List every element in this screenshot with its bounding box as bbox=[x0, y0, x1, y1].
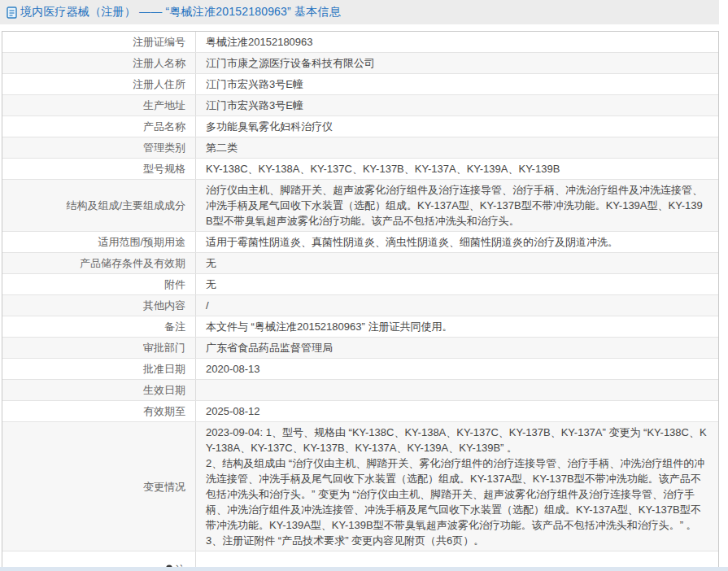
row-label: 生产地址 bbox=[2, 95, 196, 116]
row-value: 多功能臭氧雾化妇科治疗仪 bbox=[196, 116, 718, 137]
row-value: 本文件与 “粤械注准20152180963” 注册证共同使用。 bbox=[196, 316, 718, 337]
table-row: 变更情况 2023-09-04: 1、型号、规格由 “KY-138C、KY-13… bbox=[2, 422, 718, 551]
table-row: 附件 无 bbox=[2, 274, 718, 295]
table-row: 管理类别 第二类 bbox=[2, 137, 718, 159]
row-value: 粤械注准20152180963 bbox=[196, 32, 718, 52]
table-row: 产品名称 多功能臭氧雾化妇科治疗仪 bbox=[2, 116, 718, 137]
row-value: / bbox=[196, 295, 718, 316]
table-row: 审批部门 广东省食品药品监督管理局 bbox=[2, 338, 718, 359]
table-row: 批准日期 2020-08-13 bbox=[2, 359, 718, 380]
table-row: 注册证编号 粤械注准20152180963 bbox=[2, 32, 718, 53]
table-row: 型号规格 KY-138C、KY-138A、KY-137C、KY-137B、KY-… bbox=[2, 159, 718, 180]
table-row: 备注 本文件与 “粤械注准20152180963” 注册证共同使用。 bbox=[2, 316, 718, 338]
row-label: 注册人名称 bbox=[2, 53, 196, 73]
row-value: 适用于霉菌性阴道炎、真菌性阴道炎、滴虫性阴道炎、细菌性阴道炎的治疗及阴道冲洗。 bbox=[196, 232, 718, 252]
row-label: 结构及组成/主要组成成分 bbox=[2, 180, 196, 231]
row-label: 产品储存条件及有效期 bbox=[2, 253, 196, 273]
row-label: 注册证编号 bbox=[2, 32, 196, 52]
row-label: 注册人住所 bbox=[2, 74, 196, 94]
row-value: 2025-08-12 bbox=[196, 401, 718, 421]
table-row: 有效期至 2025-08-12 bbox=[2, 401, 718, 422]
row-label: 型号规格 bbox=[2, 159, 196, 179]
row-value: 2020-08-13 bbox=[196, 359, 718, 379]
row-value: 治疗仪由主机、脚踏开关、超声波雾化治疗组件及治疗连接导管、治疗手柄、冲洗治疗组件… bbox=[196, 180, 718, 231]
row-value: 江门市康之源医疗设备科技有限公司 bbox=[196, 53, 718, 73]
row-value: 无 bbox=[196, 253, 718, 273]
row-label: 适用范围/预期用途 bbox=[2, 232, 196, 252]
table-row: 生产地址 江门市宏兴路3号E幢 bbox=[2, 95, 718, 116]
row-label: 产品名称 bbox=[2, 116, 196, 137]
row-value bbox=[196, 380, 718, 400]
table-row: 适用范围/预期用途 适用于霉菌性阴道炎、真菌性阴道炎、滴虫性阴道炎、细菌性阴道炎… bbox=[2, 232, 718, 253]
row-label: 变更情况 bbox=[2, 422, 196, 551]
row-label: 批准日期 bbox=[2, 359, 196, 379]
document-icon bbox=[7, 7, 17, 19]
row-value: KY-138C、KY-138A、KY-137C、KY-137B、KY-137A、… bbox=[196, 159, 718, 179]
row-label: 管理类别 bbox=[2, 137, 196, 158]
page-title: 境内医疗器械（注册） —— “粤械注准20152180963” 基本信息 bbox=[20, 5, 341, 20]
row-label: 生效日期 bbox=[2, 380, 196, 400]
table-row: 生效日期 bbox=[2, 380, 718, 401]
table-row: 其他内容 / bbox=[2, 295, 718, 316]
row-value: 江门市宏兴路3号E幢 bbox=[196, 95, 718, 116]
row-value: 江门市宏兴路3号E幢 bbox=[196, 74, 718, 94]
bottom-strip bbox=[0, 567, 728, 571]
registration-info-table: 注册证编号 粤械注准20152180963 注册人名称 江门市康之源医疗设备科技… bbox=[2, 31, 719, 571]
table-row: 结构及组成/主要组成成分 治疗仪由主机、脚踏开关、超声波雾化治疗组件及治疗连接导… bbox=[2, 180, 718, 232]
row-label: 附件 bbox=[2, 274, 196, 294]
row-label: 有效期至 bbox=[2, 401, 196, 421]
row-label: 审批部门 bbox=[2, 338, 196, 358]
row-label: 其他内容 bbox=[2, 295, 196, 316]
table-row: 注册人名称 江门市康之源医疗设备科技有限公司 bbox=[2, 53, 718, 74]
row-label: 备注 bbox=[2, 316, 196, 337]
row-value: 无 bbox=[196, 274, 718, 294]
table-row: 注册人住所 江门市宏兴路3号E幢 bbox=[2, 74, 718, 95]
row-value: 第二类 bbox=[196, 137, 718, 158]
table-row: 产品储存条件及有效期 无 bbox=[2, 253, 718, 274]
page-header: 境内医疗器械（注册） —— “粤械注准20152180963” 基本信息 bbox=[0, 0, 719, 24]
row-value: 广东省食品药品监督管理局 bbox=[196, 338, 718, 358]
row-value: 2023-09-04: 1、型号、规格由 “KY-138C、KY-138A、KY… bbox=[196, 422, 718, 551]
